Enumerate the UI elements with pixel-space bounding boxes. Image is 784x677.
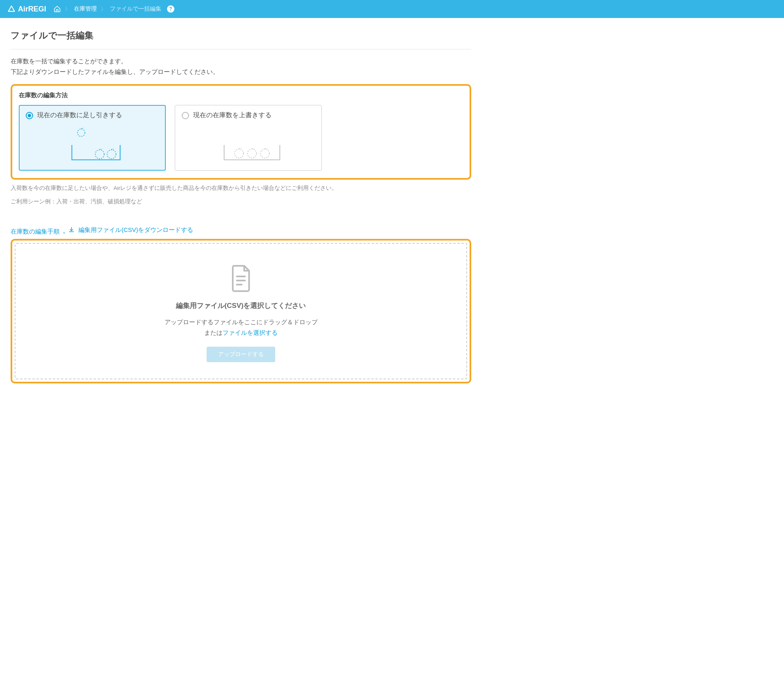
page-description-2: 下記よりダウンロードしたファイルを編集し、アップロードしてください。 — [11, 67, 471, 77]
radio-group: 現在の在庫数に足し引きする 現 — [19, 105, 463, 171]
svg-point-2 — [107, 150, 116, 159]
radio-indicator-selected — [26, 112, 33, 119]
svg-point-5 — [261, 149, 270, 158]
download-label: 編集用ファイル(CSV)をダウンロードする — [78, 226, 193, 234]
radio-option-overwrite[interactable]: 現在の在庫数を上書きする — [175, 105, 322, 171]
breadcrumb-item-inventory[interactable]: 在庫管理 — [74, 5, 97, 13]
page-description-1: 在庫数を一括で編集することができます。 — [11, 56, 471, 67]
breadcrumb: 〉 在庫管理 〉 ファイルで一括編集 ? — [53, 5, 174, 13]
expand-edit-steps-link[interactable]: 在庫数の編集手順 ⌄ — [11, 228, 66, 236]
radio-label-add: 現在の在庫数に足し引きする — [37, 111, 122, 120]
download-csv-link[interactable]: 編集用ファイル(CSV)をダウンロードする — [68, 226, 193, 234]
svg-point-0 — [78, 129, 85, 136]
edit-method-label: 在庫数の編集方法 — [19, 91, 463, 99]
upload-drag-text: アップロードするファイルをここにドラッグ＆ドロップ — [165, 319, 318, 325]
radio-indicator-unselected — [182, 112, 189, 119]
upload-title: 編集用ファイル(CSV)を選択してください — [24, 301, 458, 310]
divider — [11, 49, 471, 49]
svg-point-3 — [234, 149, 243, 158]
download-icon — [68, 226, 75, 234]
select-file-link[interactable]: ファイルを選択する — [223, 330, 278, 336]
app-header: AirREGI 〉 在庫管理 〉 ファイルで一括編集 ? — [0, 0, 784, 18]
svg-point-1 — [95, 150, 104, 159]
app-logo[interactable]: AirREGI — [7, 5, 46, 13]
radio-option-add-subtract[interactable]: 現在の在庫数に足し引きする — [19, 105, 166, 171]
illustration-overwrite-icon — [182, 125, 315, 165]
chevron-right-icon: 〉 — [101, 6, 106, 13]
svg-point-4 — [247, 149, 256, 158]
edit-method-help-1: 入荷数を今の在庫数に足したい場合や、Airレジを通さずに販売した商品を今の在庫数… — [11, 184, 471, 193]
page-title: ファイルで一括編集 — [11, 29, 471, 42]
logo-text: AirREGI — [18, 5, 46, 13]
illustration-add-icon — [26, 125, 159, 165]
upload-section: 編集用ファイル(CSV)を選択してください アップロードするファイルをここにドラ… — [11, 239, 471, 383]
upload-or-text: または — [204, 330, 223, 336]
edit-method-help-2: ご利用シーン例：入荷・出荷、汚損、破損処理など — [11, 197, 471, 207]
radio-label-overwrite: 現在の在庫数を上書きする — [193, 111, 272, 120]
upload-dropzone[interactable]: 編集用ファイル(CSV)を選択してください アップロードするファイルをここにドラ… — [15, 243, 467, 379]
breadcrumb-current: ファイルで一括編集 — [110, 5, 161, 13]
upload-description: アップロードするファイルをここにドラッグ＆ドロップ またはファイルを選択する — [24, 317, 458, 338]
chevron-right-icon: 〉 — [65, 6, 70, 13]
chevron-down-icon: ⌄ — [62, 229, 66, 235]
help-icon[interactable]: ? — [167, 5, 174, 13]
upload-button[interactable]: アップロードする — [207, 347, 275, 362]
document-icon — [229, 264, 253, 293]
main-content: ファイルで一括編集 在庫数を一括で編集することができます。 下記よりダウンロード… — [0, 18, 482, 400]
home-icon[interactable] — [53, 5, 61, 13]
edit-method-section: 在庫数の編集方法 現在の在庫数に足し引きする — [11, 84, 471, 180]
logo-icon — [7, 5, 16, 13]
expand-label: 在庫数の編集手順 — [11, 228, 60, 236]
